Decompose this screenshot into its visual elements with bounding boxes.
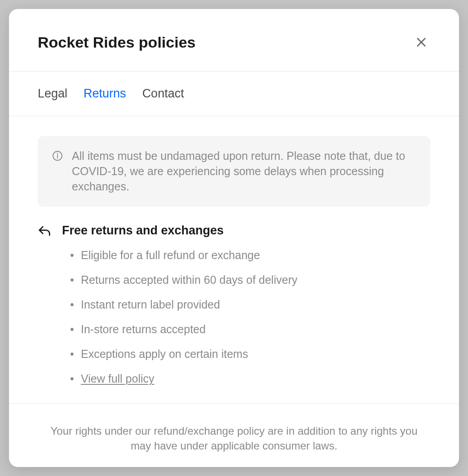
tabs-bar: Legal Returns Contact	[9, 71, 459, 116]
return-arrow-icon	[38, 225, 51, 240]
list-item: Exceptions apply on certain items	[70, 346, 430, 362]
tab-legal[interactable]: Legal	[38, 87, 67, 101]
returns-section: Free returns and exchanges Eligible for …	[38, 224, 430, 396]
policies-modal: Rocket Rides policies Legal Returns Cont…	[9, 9, 459, 467]
returns-heading: Free returns and exchanges	[62, 224, 430, 238]
tab-contact[interactable]: Contact	[142, 87, 184, 101]
info-icon	[52, 150, 63, 163]
close-button[interactable]	[412, 33, 430, 51]
modal-content: All items must be undamaged upon return.…	[9, 116, 459, 403]
list-item: View full policy	[70, 371, 430, 387]
view-full-policy-link[interactable]: View full policy	[81, 372, 155, 385]
modal-title: Rocket Rides policies	[38, 34, 195, 51]
list-item: Eligible for a full refund or exchange	[70, 247, 430, 263]
svg-point-4	[57, 153, 58, 154]
list-item: Returns accepted within 60 days of deliv…	[70, 272, 430, 288]
close-icon	[415, 36, 428, 48]
tab-returns[interactable]: Returns	[84, 87, 126, 101]
returns-list: Eligible for a full refund or exchange R…	[62, 247, 430, 387]
notice-banner: All items must be undamaged upon return.…	[38, 136, 430, 207]
list-item: In-store returns accepted	[70, 322, 430, 337]
list-item: Instant return label provided	[70, 297, 430, 313]
modal-footer: Your rights under our refund/exchange po…	[9, 403, 459, 467]
notice-text: All items must be undamaged upon return.…	[72, 149, 416, 194]
modal-header: Rocket Rides policies	[9, 9, 459, 71]
returns-body: Free returns and exchanges Eligible for …	[62, 224, 430, 396]
